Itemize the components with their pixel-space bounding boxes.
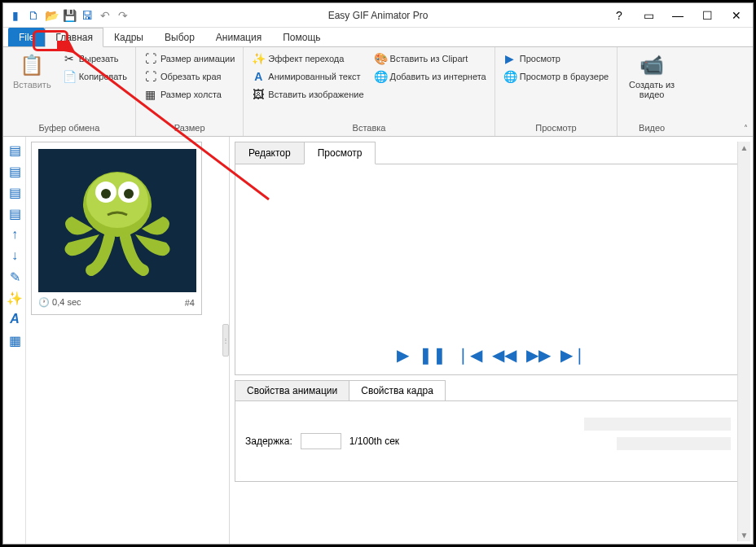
frame-card[interactable]: 🕐 0,4 sec #4: [31, 142, 202, 315]
from-video-button[interactable]: 📹 Создать из видео: [622, 50, 681, 103]
tab-preview[interactable]: Просмотр: [304, 142, 376, 164]
tab-main[interactable]: Главная: [45, 28, 103, 47]
rewind-button[interactable]: ◀◀: [492, 345, 516, 365]
frame-time: 🕐 0,4 sec: [38, 297, 81, 308]
window-controls: ? ▭ — ☐ ✕: [608, 7, 748, 24]
add-frame-icon[interactable]: ▤: [7, 142, 23, 158]
collapse-ribbon-icon[interactable]: ˄: [744, 124, 748, 133]
canvas-size-button[interactable]: ▦Размер холста: [141, 86, 238, 103]
preview-browser-button[interactable]: 🌐Просмотр в браузере: [500, 68, 612, 85]
help-icon[interactable]: ?: [608, 7, 631, 24]
frame-props-panel: Задержка: 1/100th сек: [235, 400, 748, 482]
octopus-image: [52, 160, 182, 282]
grid-tool-icon[interactable]: ▦: [7, 332, 23, 348]
image-icon: 🖼: [252, 88, 265, 101]
delay-label: Задержка:: [245, 435, 292, 447]
text-icon: A: [252, 70, 265, 83]
minimize-icon[interactable]: —: [666, 7, 689, 24]
scroll-down-icon[interactable]: ▼: [741, 531, 749, 540]
quick-access-toolbar: ▮ 🗋 📂 💾 🖫 ↶ ↷: [8, 8, 130, 23]
first-frame-button[interactable]: ❘◀: [456, 345, 482, 365]
tab-editor[interactable]: Редактор: [235, 142, 305, 164]
save-icon[interactable]: 💾: [62, 8, 77, 23]
clipboard-group-title: Буфер обмена: [8, 121, 130, 134]
save-as-icon[interactable]: 🖫: [80, 8, 94, 23]
play-button[interactable]: ▶: [397, 345, 409, 365]
crop-button[interactable]: ⛶Обрезать края: [141, 68, 238, 85]
anim-size-button[interactable]: ⛶Размер анимации: [141, 50, 238, 67]
ribbon-tab-strip: File Главная Кадры Выбор Анимация Помощь: [3, 28, 753, 47]
player-controls: ▶ ❚❚ ❘◀ ◀◀ ▶▶ ▶❘: [235, 345, 747, 365]
preview-button[interactable]: ▶Просмотр: [500, 50, 612, 67]
globe-icon: 🌐: [374, 70, 387, 83]
film-icon[interactable]: ▮: [8, 8, 23, 23]
ribbon-group-insert: ✨Эффект перехода AАнимированный текст 🖼В…: [244, 47, 494, 136]
pause-button[interactable]: ❚❚: [419, 345, 446, 365]
frame-meta: 🕐 0,4 sec #4: [38, 297, 195, 308]
delay-unit: 1/100th сек: [349, 435, 399, 447]
tab-help[interactable]: Помощь: [272, 28, 331, 46]
redo-icon[interactable]: ↷: [116, 8, 130, 23]
insert-image-button[interactable]: 🖼Вставить изображение: [248, 86, 367, 103]
move-up-icon[interactable]: ↑: [7, 226, 23, 243]
side-toolbar: ▤ ▤ ▤ ▤ ↑ ↓ ✎ ✨ A ▦: [3, 137, 26, 544]
ribbon-group-preview: ▶Просмотр 🌐Просмотр в браузере Просмотр: [495, 47, 618, 136]
frame-thumbnail: [38, 149, 196, 292]
add-frame-plus-icon[interactable]: ▤: [7, 163, 23, 179]
tab-file[interactable]: File: [8, 28, 45, 46]
text-tool-icon[interactable]: A: [7, 311, 23, 327]
tab-animation[interactable]: Анимация: [205, 28, 272, 46]
ribbon-group-video: 📹 Создать из видео Видео: [618, 47, 686, 136]
preview-pane: ▶ ❚❚ ❘◀ ◀◀ ▶▶ ▶❘: [235, 164, 748, 375]
new-doc-icon[interactable]: 🗋: [26, 8, 41, 23]
tab-frame-props[interactable]: Свойства кадра: [349, 380, 446, 401]
animtext-button[interactable]: AАнимированный текст: [248, 68, 367, 85]
clipart-button[interactable]: 🎨Вставить из Clipart: [371, 50, 490, 67]
edit-icon[interactable]: ✎: [7, 269, 23, 285]
ribbon-options-icon[interactable]: ▭: [637, 7, 660, 24]
props-tab-strip: Свойства анимации Свойства кадра: [235, 380, 748, 401]
close-icon[interactable]: ✕: [725, 7, 748, 24]
camera-icon: 📹: [640, 54, 664, 77]
tab-anim-props[interactable]: Свойства анимации: [235, 380, 349, 401]
play-icon: ▶: [503, 52, 516, 65]
delete-frame-icon[interactable]: ▤: [7, 184, 23, 200]
frames-panel: 🕐 0,4 sec #4 ⋮: [26, 137, 230, 544]
app-window: ▮ 🗋 📂 💾 🖫 ↶ ↷ Easy GIF Animator Pro ? ▭ …: [2, 2, 754, 545]
open-folder-icon[interactable]: 📂: [44, 8, 59, 23]
copy-button[interactable]: 📄Копировать: [59, 68, 130, 85]
wand-icon: ✨: [252, 52, 265, 65]
cut-button[interactable]: ✂Вырезать: [59, 50, 130, 67]
clipart-icon: 🎨: [374, 52, 387, 65]
move-down-icon[interactable]: ↓: [7, 247, 23, 264]
crop-icon: ⛶: [144, 70, 157, 83]
vertical-scrollbar[interactable]: ▲ ▼: [737, 142, 750, 541]
placeholder-block: [617, 437, 731, 450]
forward-button[interactable]: ▶▶: [526, 345, 551, 365]
paste-button[interactable]: 📋 Вставить: [8, 50, 56, 93]
insert-group-title: Вставка: [248, 121, 489, 134]
svg-point-5: [124, 189, 134, 199]
tab-selection[interactable]: Выбор: [154, 28, 205, 46]
placeholder-blocks: [584, 418, 731, 450]
delay-input[interactable]: [301, 433, 341, 449]
tab-frames[interactable]: Кадры: [103, 28, 154, 46]
from-video-label: Создать из видео: [627, 80, 676, 99]
maximize-icon[interactable]: ☐: [696, 7, 719, 24]
clipboard-icon: 📋: [20, 54, 44, 77]
scroll-up-icon[interactable]: ▲: [741, 143, 749, 152]
ribbon-group-clipboard: 📋 Вставить ✂Вырезать 📄Копировать Буфер о…: [3, 47, 136, 136]
resize-icon: ⛶: [144, 52, 157, 65]
last-frame-button[interactable]: ▶❘: [560, 345, 587, 365]
wand-tool-icon[interactable]: ✨: [7, 290, 23, 306]
size-group-title: Размер: [141, 121, 238, 134]
transition-button[interactable]: ✨Эффект перехода: [248, 50, 367, 67]
undo-icon[interactable]: ↶: [98, 8, 112, 23]
splitter-handle[interactable]: ⋮: [222, 324, 229, 357]
svg-point-3: [101, 189, 111, 199]
browser-icon: 🌐: [503, 70, 516, 83]
titlebar: ▮ 🗋 📂 💾 🖫 ↶ ↷ Easy GIF Animator Pro ? ▭ …: [3, 3, 753, 28]
duplicate-frame-icon[interactable]: ▤: [7, 205, 23, 221]
placeholder-block: [584, 418, 731, 431]
from-internet-button[interactable]: 🌐Добавить из интернета: [371, 68, 490, 85]
